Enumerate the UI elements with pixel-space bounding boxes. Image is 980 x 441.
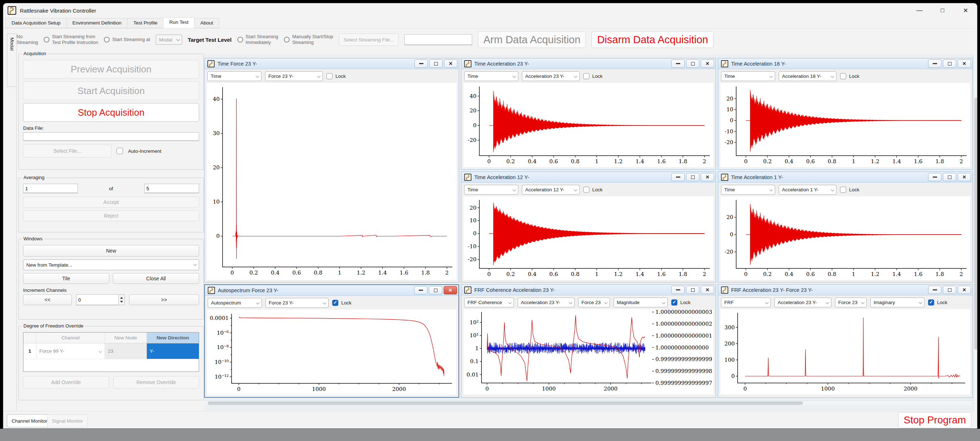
radio-streaming-from-profile[interactable]: Start Streaming fromTest Profile Instruc… — [44, 34, 98, 46]
minimize-icon[interactable] — [928, 173, 942, 181]
channel-select[interactable]: Acceleration 18 Y- — [779, 71, 837, 81]
close-icon[interactable]: ✕ — [954, 3, 977, 17]
minimize-icon[interactable] — [671, 59, 685, 68]
channel-monitor-button[interactable]: Channel Monitor — [7, 414, 52, 427]
select-file-button[interactable]: Select File... — [23, 144, 111, 157]
auto-increment-checkbox[interactable] — [116, 148, 123, 154]
plot-window-titlebar[interactable]: Time Force 23 Y- ✕ — [205, 59, 459, 69]
reference-channel-select[interactable]: Force 23 — [578, 298, 610, 307]
select-streaming-file-button[interactable]: Select Streaming File... — [339, 33, 399, 46]
tab-environment-definition[interactable]: Environment Definition — [66, 18, 128, 28]
restore-icon[interactable] — [429, 286, 442, 294]
minimize-icon[interactable] — [671, 286, 685, 294]
channel-select[interactable]: Force 23 Y- — [265, 71, 323, 81]
plot-window-titlebar[interactable]: Autospectrum Force 23 Y- ✕ — [205, 285, 458, 296]
close-icon[interactable]: ✕ — [444, 59, 457, 68]
restore-icon[interactable] — [943, 59, 956, 68]
tab-data-acquisition-setup[interactable]: Data Acquisition Setup — [5, 18, 67, 28]
tab-run-test[interactable]: Run Test — [163, 17, 194, 28]
column-header-new-direction[interactable]: New Direction — [147, 333, 199, 343]
scrollbar-thumb[interactable] — [974, 98, 977, 350]
average-total-input[interactable] — [144, 184, 199, 193]
component-select[interactable]: Imaginary — [870, 298, 924, 307]
channel-select[interactable]: Acceleration 23 Y- — [522, 71, 580, 81]
maximize-icon[interactable]: □ — [931, 3, 954, 17]
close-icon[interactable]: ✕ — [701, 286, 714, 294]
plot-window-titlebar[interactable]: FRF Acceleration 23 Y- Force 23 Y- ✕ — [718, 285, 972, 295]
close-icon[interactable]: ✕ — [958, 59, 971, 68]
disarm-data-acquisition-button[interactable]: Disarm Data Acquisition — [592, 31, 713, 48]
close-icon[interactable]: ✕ — [701, 59, 714, 68]
lock-checkbox[interactable]: Lock — [583, 73, 603, 79]
plot-window-titlebar[interactable]: FRF Coherence Acceleration 23 Y- ✕ — [461, 285, 716, 295]
data-file-input[interactable] — [23, 132, 199, 141]
column-header-channel[interactable]: Channel — [37, 333, 105, 343]
increment-channels-button[interactable]: >> — [129, 294, 199, 305]
restore-icon[interactable] — [429, 59, 442, 68]
lock-checkbox[interactable]: Lock — [928, 300, 948, 306]
plot-window-titlebar[interactable]: Time Acceleration 23 Y- ✕ — [461, 59, 716, 69]
response-channel-select[interactable]: Acceleration 23 Y- — [775, 298, 831, 307]
decrement-channels-button[interactable]: << — [23, 294, 72, 305]
tile-button[interactable]: Tile — [23, 273, 109, 284]
plot-type-select[interactable]: Autospectrum — [208, 298, 262, 308]
lock-checkbox[interactable]: Lock — [583, 187, 603, 193]
tab-modal-vertical[interactable]: Modal — [7, 33, 17, 87]
reject-button[interactable]: Reject — [23, 210, 199, 221]
channel-cell-select[interactable]: Force 99 Y- — [37, 343, 105, 359]
horizontal-scrollbar[interactable] — [204, 400, 973, 405]
plot-type-select[interactable]: FRF — [721, 298, 771, 307]
plot-type-select[interactable]: Time — [721, 185, 775, 195]
minimize-icon[interactable] — [671, 173, 685, 181]
plot-window-titlebar[interactable]: Time Acceleration 18 Y- ✕ — [718, 59, 972, 69]
signal-monitor-button[interactable]: Signal Monitor — [47, 414, 88, 427]
plot-type-select[interactable]: Time — [207, 71, 261, 81]
restore-icon[interactable] — [943, 286, 956, 294]
channel-select[interactable]: Acceleration 12 Y- — [522, 185, 580, 195]
average-current-input[interactable] — [23, 184, 78, 193]
close-icon[interactable]: ✕ — [444, 286, 457, 294]
scrollbar-thumb[interactable] — [208, 401, 803, 405]
plot-window-titlebar[interactable]: Time Acceleration 1 Y- ✕ — [718, 172, 972, 182]
lock-checkbox[interactable]: Lock — [671, 300, 691, 306]
preview-acquisition-button[interactable]: Preview Acquisition — [23, 60, 199, 79]
new-window-button[interactable]: New — [23, 245, 199, 257]
response-channel-select[interactable]: Acceleration 23 Y- — [518, 298, 574, 307]
minimize-icon[interactable] — [414, 286, 428, 294]
radio-manual-streaming[interactable]: Manually Start/StopStreaming — [284, 34, 333, 46]
vertical-scrollbar[interactable] — [973, 54, 977, 410]
remove-override-button[interactable]: Remove Override — [113, 376, 199, 389]
minimize-icon[interactable] — [414, 59, 428, 68]
add-override-button[interactable]: Add Override — [23, 376, 109, 389]
lock-checkbox[interactable]: Lock — [332, 300, 352, 306]
new-from-template-select[interactable]: New from Template... — [23, 259, 199, 270]
plot-type-select[interactable]: Time — [464, 71, 518, 81]
column-header-new-node[interactable]: New Node — [105, 333, 147, 343]
minimize-icon[interactable]: — — [908, 3, 931, 17]
channel-select[interactable]: Force 23 Y- — [266, 298, 329, 308]
stop-program-button[interactable]: Stop Program — [898, 412, 971, 428]
minimize-icon[interactable] — [928, 286, 942, 294]
start-acquisition-button[interactable]: Start Acquisition — [23, 81, 199, 100]
plot-window-titlebar[interactable]: Time Acceleration 12 Y- ✕ — [461, 172, 716, 182]
plot-type-select[interactable]: FRF Coherence — [464, 298, 514, 307]
channel-select[interactable]: Acceleration 1 Y- — [779, 185, 837, 195]
new-direction-cell[interactable]: Y- — [147, 343, 199, 359]
lock-checkbox[interactable]: Lock — [840, 187, 859, 193]
minimize-icon[interactable] — [928, 59, 942, 68]
restore-icon[interactable] — [686, 59, 699, 68]
close-icon[interactable]: ✕ — [958, 286, 971, 294]
close-all-button[interactable]: Close All — [113, 273, 199, 284]
plot-type-select[interactable]: Time — [721, 71, 775, 81]
close-icon[interactable]: ✕ — [701, 173, 714, 181]
new-node-cell[interactable]: 23 — [105, 343, 147, 359]
channel-increment-input[interactable] — [76, 294, 119, 305]
restore-icon[interactable] — [686, 173, 699, 181]
plot-type-select[interactable]: Time — [464, 185, 518, 195]
radio-streaming-immediately[interactable]: Start StreamingImmediately — [237, 34, 278, 46]
tab-test-profile[interactable]: Test Profile — [127, 18, 164, 28]
lock-checkbox[interactable]: Lock — [326, 73, 346, 79]
accept-button[interactable]: Accept — [23, 197, 199, 208]
restore-icon[interactable] — [943, 173, 956, 181]
reference-channel-select[interactable]: Force 23 — [835, 298, 867, 307]
